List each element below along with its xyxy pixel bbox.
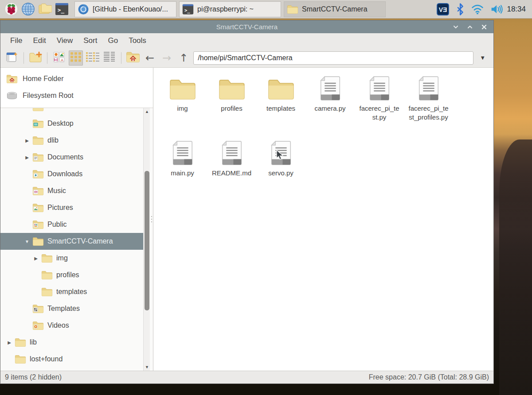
tree-item-public[interactable]: Public [0,216,143,233]
tree-item-lib[interactable]: ▶ lib [0,334,143,351]
file-manager-launcher[interactable] [36,1,53,17]
window-titlebar[interactable]: SmartCCTV-Camera [0,20,493,33]
chevron-collapsed-icon[interactable]: ▶ [33,256,39,261]
maximize-button[interactable] [465,22,475,32]
bluetooth-indicator[interactable] [456,3,464,15]
menu-edit[interactable]: Edit [27,36,51,45]
taskbar-task[interactable]: >_ pi@raspberrypi: ~ [179,1,281,17]
terminal-launcher[interactable]: >_ [53,1,70,17]
file-facerec_pi_test_profiles.py[interactable]: facerec_pi_test_profiles.py [404,73,453,138]
path-dropdown-button[interactable]: ▼ [476,54,489,61]
wifi-icon [471,4,484,15]
menu-go[interactable]: Go [102,36,123,45]
tree-item-dlib[interactable]: ▶ dlib [0,132,143,149]
svg-text:>_: >_ [184,7,190,13]
svg-text:A: A [61,58,63,62]
tree-item-label: lib [30,338,37,346]
tree-item-downloads[interactable]: Downloads [0,166,143,182]
tree-item-templates[interactable]: Templates [0,300,143,317]
file-main.py[interactable]: main.py [158,138,207,202]
icon-view-button[interactable] [69,50,83,66]
menu-view[interactable]: View [51,36,78,45]
folder-templates[interactable]: templates [256,73,305,138]
file-icon [369,75,390,101]
tree-item-lost+found[interactable]: lost+found [0,351,143,368]
tree-item-desktop[interactable]: Desktop [0,115,143,132]
close-button[interactable] [479,22,489,32]
scroll-down-icon[interactable]: ▼ [144,364,150,371]
tree-scrollbar[interactable]: ▲ ▼ [143,108,150,371]
place-filesystem-root[interactable]: Filesystem Root [0,87,153,104]
file-manager-window: SmartCCTV-Camera FileEditViewSortGoTools… [0,20,494,384]
directory-tree: Desktop▶ dlib▶ Documents Downloads Music… [0,108,153,371]
file-readme.md[interactable]: README.md [207,138,256,202]
path-input[interactable] [193,51,473,65]
compact-view-button[interactable] [86,50,100,66]
tree-item-documents[interactable]: ▶ Documents [0,149,143,166]
home-folder-icon [6,74,18,84]
detailed-view-button[interactable] [102,50,117,66]
menu-sort[interactable]: Sort [78,36,102,45]
vnc-icon: VƎ [437,3,449,15]
file-name: servo.py [260,169,302,178]
folder-img[interactable]: img [158,73,207,138]
file-name: templates [260,104,302,113]
taskbar-task[interactable]: SmartCCTV-Camera [284,1,386,17]
scrollbar-thumb[interactable] [145,171,149,310]
browser-launcher[interactable] [20,1,36,17]
home-folder-icon [126,51,140,65]
folder-icon [32,152,44,162]
folder-icon [15,337,26,347]
menu-launcher[interactable] [3,1,20,17]
menu-file[interactable]: File [5,36,27,45]
vnc-indicator[interactable]: VƎ [437,3,449,15]
folder-icon [32,136,44,145]
wifi-indicator[interactable] [471,4,484,15]
folder-icon [169,75,196,101]
task-label: [GitHub - EbenKouao/... [93,5,168,13]
file-servo.py[interactable]: servo.py [256,138,305,202]
tree-item-label: Downloads [47,170,82,178]
tree-item-partial[interactable] [0,368,143,371]
tree-item-label: Music [47,187,66,195]
volume-indicator[interactable] [491,4,503,15]
back-button[interactable]: ← [143,53,157,63]
minimize-button[interactable] [451,22,461,32]
folder-icon [41,287,53,297]
tree-item-label: dlib [47,136,59,144]
tree-item-pictures[interactable]: Pictures [0,199,143,216]
pane-splitter[interactable] [150,68,153,371]
menu-tools[interactable]: Tools [123,36,152,45]
tree-item-profiles[interactable]: profiles [0,267,143,283]
disk-icon [6,92,18,100]
file-facerec_pi_test.py[interactable]: facerec_pi_test.py [355,73,404,138]
tree-item-img[interactable]: ▶ img [0,250,143,267]
file-view[interactable]: img profiles templates camera.py facerec… [153,68,493,371]
forward-button[interactable]: → [160,53,174,63]
place-home-folder[interactable]: Home Folder [0,70,153,87]
folder-profiles[interactable]: profiles [207,73,256,138]
up-button[interactable]: ↑ [176,53,191,63]
chevron-expanded-icon[interactable]: ▼ [24,239,30,244]
chevron-collapsed-icon[interactable]: ▶ [7,340,12,345]
chevron-collapsed-icon[interactable]: ▶ [24,155,30,160]
tree-item-label: Pictures [47,204,73,212]
file-name: img [161,104,204,113]
taskbar-task[interactable]: [GitHub - EbenKouao/... [74,1,176,17]
window-title: SmartCCTV-Camera [0,23,493,31]
file-camera.py[interactable]: camera.py [305,73,355,138]
chevron-collapsed-icon[interactable]: ▶ [24,138,30,143]
tree-item-templates[interactable]: templates [0,283,143,300]
tree-item-music[interactable]: Music [0,182,143,199]
new-tab-button[interactable] [5,50,19,66]
task-label: pi@raspberrypi: ~ [197,5,254,13]
new-folder-icon [29,51,42,65]
scroll-up-icon[interactable]: ▲ [144,108,150,115]
tree-item-smartcctv-camera[interactable]: ▼ SmartCCTV-Camera [0,233,143,250]
tree-item-partial[interactable] [0,108,143,115]
home-button[interactable] [126,50,140,66]
tree-item-videos[interactable]: Videos [0,317,143,334]
statusbar: 9 items (2 hidden) Free space: 20.7 GiB … [0,371,493,383]
thumbnail-view-button[interactable]: A [52,50,66,66]
new-folder-button[interactable] [28,50,43,66]
